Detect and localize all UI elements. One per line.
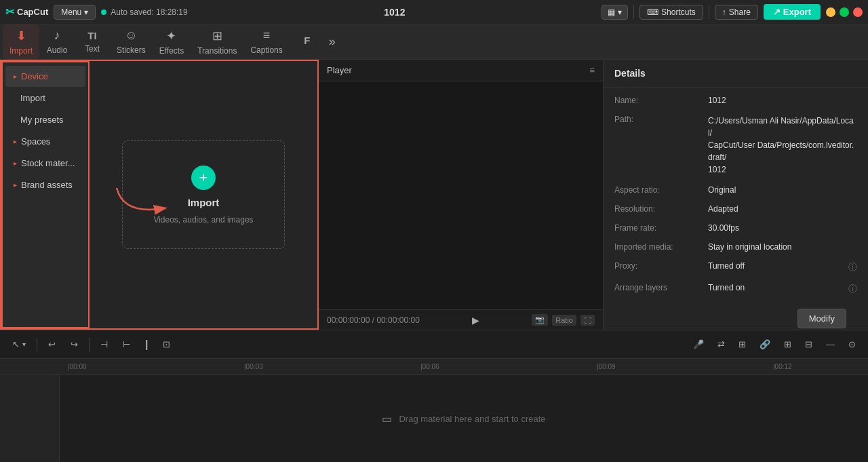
tab-captions[interactable]: ≡ Captions bbox=[243, 24, 289, 59]
split-clip-button[interactable]: ⊞ bbox=[780, 336, 795, 352]
content-area: + Import Videos, audios, and images bbox=[90, 61, 317, 328]
link-button[interactable]: 🔗 bbox=[755, 336, 774, 352]
redo-icon: ↪ bbox=[71, 339, 78, 349]
tab-audio[interactable]: ♪ Audio bbox=[39, 24, 75, 59]
maximize-button[interactable] bbox=[840, 7, 849, 17]
delete-button[interactable]: ⊡ bbox=[159, 336, 174, 352]
export-button[interactable]: ↗ Export bbox=[764, 4, 821, 20]
more-icon: ⊙ bbox=[848, 339, 856, 349]
split-clip-icon: ⊞ bbox=[784, 339, 791, 349]
modify-area: Modify bbox=[604, 303, 868, 334]
undo-button[interactable]: ↩ bbox=[44, 336, 60, 352]
sidebar-item-spaces[interactable]: ▸ Spaces bbox=[5, 131, 85, 152]
timeline-right-controls: 🎤 ⇄ ⊞ 🔗 ⊞ ⊟ — ⊙ bbox=[689, 336, 860, 352]
sidebar-item-stock-material[interactable]: ▸ Stock mater... bbox=[5, 153, 85, 174]
camera-icon[interactable]: 📷 bbox=[532, 314, 548, 326]
fullscreen-icon[interactable]: ⛶ bbox=[580, 315, 595, 326]
plus-icon: + bbox=[199, 170, 208, 185]
chevron-down-icon: ▾ bbox=[618, 7, 622, 17]
more-icon: » bbox=[329, 35, 336, 49]
minimize-button[interactable] bbox=[826, 7, 835, 17]
tab-transitions[interactable]: ⊞ Transitions bbox=[191, 24, 243, 60]
modify-button[interactable]: Modify bbox=[797, 309, 846, 328]
sidebar-item-brand-assets[interactable]: ▸ Brand assets bbox=[5, 174, 85, 195]
detail-proxy-value: Turned off bbox=[708, 261, 840, 271]
sidebar-item-spaces-label: Spaces bbox=[21, 136, 50, 147]
ruler-mark-9: |00:09 bbox=[597, 363, 616, 370]
auto-save-indicator: Auto saved: 18:28:19 bbox=[101, 7, 187, 17]
timeline-left-bar bbox=[0, 375, 60, 462]
tab-effects-label: Effects bbox=[159, 46, 184, 56]
grid-icon: ⊞ bbox=[738, 339, 746, 349]
view-toggle-button[interactable]: ▦ ▾ bbox=[601, 5, 628, 20]
cursor-tool[interactable]: ↖ ▾ bbox=[8, 336, 30, 352]
export-icon: ↗ bbox=[773, 7, 781, 17]
layers-info-icon[interactable]: ⓘ bbox=[848, 283, 857, 295]
delete-icon: ⊡ bbox=[163, 339, 170, 349]
close-button[interactable] bbox=[853, 7, 863, 17]
detail-aspect-row: Aspect ratio: Original bbox=[614, 185, 857, 195]
import-circle-button[interactable]: + bbox=[191, 166, 216, 190]
auto-save-text: Auto saved: 18:28:19 bbox=[111, 7, 187, 17]
expand-button[interactable]: ⊟ bbox=[801, 336, 816, 352]
detail-path-value: C:/Users/Usman Ali Nasir/AppData/Local/C… bbox=[708, 115, 857, 176]
detail-layers-row: Arrange layers Turned on ⓘ bbox=[614, 283, 857, 295]
text-tab-icon: TI bbox=[87, 30, 96, 41]
play-button[interactable]: ▶ bbox=[472, 315, 479, 326]
timeline-drag-text: Drag material here and start to create bbox=[399, 414, 545, 424]
split-start-icon: ⊣ bbox=[100, 339, 108, 349]
shortcuts-icon: ⌨ bbox=[647, 7, 658, 17]
ruler-mark-12: |00:12 bbox=[773, 363, 792, 370]
redo-button[interactable]: ↪ bbox=[66, 336, 82, 352]
detail-layers-label: Arrange layers bbox=[614, 283, 703, 292]
split-button[interactable]: | bbox=[141, 336, 152, 353]
more-button[interactable]: ⊙ bbox=[844, 336, 860, 352]
detail-media-value: Stay in original location bbox=[708, 242, 857, 252]
tab-effects[interactable]: ✦ Effects bbox=[153, 24, 191, 60]
zoom-slider[interactable]: — bbox=[822, 336, 839, 352]
sidebar-item-my-presets[interactable]: My presets bbox=[5, 109, 85, 130]
split-start-button[interactable]: ⊣ bbox=[96, 336, 112, 352]
tab-f[interactable]: F bbox=[290, 31, 325, 53]
details-header: Details bbox=[604, 60, 868, 88]
tab-text-label: Text bbox=[85, 44, 100, 54]
detail-media-row: Imported media: Stay in original locatio… bbox=[614, 242, 857, 252]
share-button[interactable]: ↑ Share bbox=[715, 5, 758, 20]
sidebar-item-device[interactable]: ▸ Device bbox=[5, 66, 85, 87]
proxy-info-icon[interactable]: ⓘ bbox=[848, 261, 857, 273]
chevron-down-icon: ▾ bbox=[84, 7, 88, 17]
split-end-button[interactable]: ⊢ bbox=[119, 336, 134, 352]
tab-stickers[interactable]: ☺ Stickers bbox=[110, 24, 153, 59]
link-icon: 🔗 bbox=[760, 339, 770, 349]
detail-resolution-label: Resolution: bbox=[614, 204, 703, 214]
sidebar-item-stock-label: Stock mater... bbox=[21, 158, 75, 168]
tab-audio-label: Audio bbox=[47, 45, 68, 55]
captions-tab-icon: ≡ bbox=[263, 28, 271, 43]
sidebar-item-import[interactable]: Import bbox=[5, 88, 85, 109]
detail-framerate-row: Frame rate: 30.00fps bbox=[614, 223, 857, 233]
project-name: 1012 bbox=[193, 7, 596, 18]
grid-button[interactable]: ⊞ bbox=[734, 336, 750, 352]
detail-resolution-value: Adapted bbox=[708, 204, 857, 214]
menu-button[interactable]: Menu ▾ bbox=[54, 5, 96, 20]
tab-text[interactable]: TI Text bbox=[75, 26, 110, 58]
ruler-mark-3: |00:03 bbox=[244, 363, 263, 370]
mic-button[interactable]: 🎤 bbox=[689, 336, 708, 352]
tab-stickers-label: Stickers bbox=[117, 45, 146, 55]
player-menu-icon[interactable]: ≡ bbox=[589, 65, 595, 75]
stickers-tab-icon: ☺ bbox=[125, 28, 137, 43]
details-grid: Name: 1012 Path: C:/Users/Usman Ali Nasi… bbox=[604, 88, 868, 303]
main-area: ▸ Device Import My presets ▸ Spaces ▸ St… bbox=[0, 60, 868, 330]
connect-button[interactable]: ⇄ bbox=[713, 336, 729, 352]
shortcuts-button[interactable]: ⌨ Shortcuts bbox=[639, 5, 703, 20]
ratio-button[interactable]: Ratio bbox=[552, 315, 576, 326]
app-name: CapCut bbox=[17, 7, 48, 17]
detail-media-label: Imported media: bbox=[614, 242, 703, 252]
f-tab-icon: F bbox=[304, 35, 310, 46]
ruler-mark-6: |00:06 bbox=[420, 363, 439, 370]
effects-tab-icon: ✦ bbox=[166, 28, 176, 43]
toolbar-more-button[interactable]: » bbox=[325, 35, 340, 49]
share-icon: ↑ bbox=[722, 7, 726, 17]
tab-import[interactable]: ⬇ Import bbox=[3, 24, 39, 60]
right-panel: Details Name: 1012 Path: C:/Users/Usman … bbox=[604, 60, 868, 330]
